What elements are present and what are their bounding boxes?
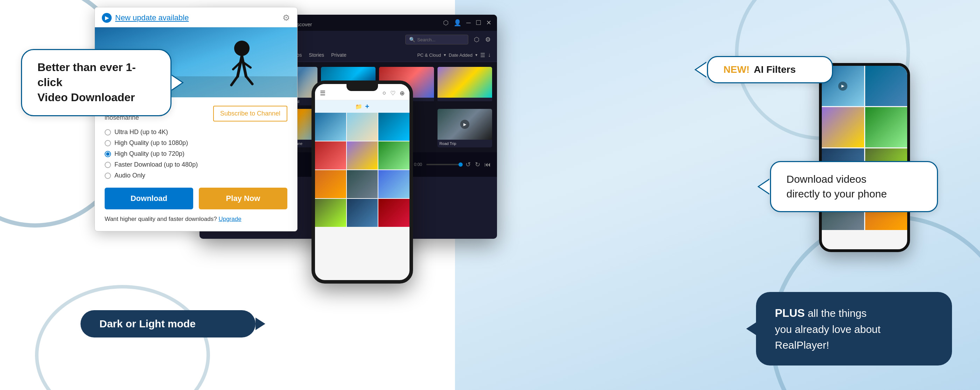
phone-thumb-3[interactable]: [379, 113, 409, 141]
update-link[interactable]: New update available: [115, 13, 189, 22]
phone-plus-icon[interactable]: +: [365, 103, 369, 111]
filter-dropdown-icon[interactable]: ▾: [444, 53, 446, 57]
phone2-thumb-2[interactable]: [865, 66, 908, 106]
phone-grid: [315, 113, 409, 227]
settings-toolbar-icon[interactable]: ⚙: [485, 36, 491, 43]
settings-icon[interactable]: ⚙: [282, 13, 290, 23]
radio-1080[interactable]: [105, 140, 111, 146]
quality-option-4k[interactable]: Ultra HD (up to 4K): [105, 129, 287, 136]
maximize-icon[interactable]: ☐: [476, 19, 481, 27]
quality-720-label: High Quality (up to 720p): [115, 150, 185, 158]
progress-bar[interactable]: [426, 164, 461, 165]
plus-callout-arrow: [746, 322, 756, 335]
svg-point-2: [234, 41, 250, 56]
phone-thumb-11[interactable]: [347, 199, 378, 227]
playnow-button[interactable]: Play Now: [199, 188, 287, 209]
window-controls: ⬡ 👤 ─ ☐ ✕: [443, 19, 492, 27]
phone-heart-icon[interactable]: ♡: [390, 90, 396, 97]
skip-icon[interactable]: ⏮: [484, 161, 491, 169]
nav-private[interactable]: Private: [331, 49, 347, 61]
time-display: 0:00: [414, 162, 422, 167]
phone2-thumb-3[interactable]: [822, 107, 864, 147]
search-input[interactable]: [417, 37, 465, 42]
dark-mode-callout: Dark or Light mode: [81, 310, 256, 337]
phone-thumb-6[interactable]: [379, 142, 409, 169]
search-icon: 🔍: [409, 37, 415, 42]
ai-filters-text: AI Filters: [754, 64, 796, 75]
new-badge: NEW!: [724, 64, 750, 75]
plus-text: PLUS all the thingsyou already love abou…: [775, 304, 933, 353]
cast-toolbar-icon[interactable]: ⬡: [474, 36, 479, 43]
cast-icon[interactable]: ⬡: [443, 19, 449, 27]
quality-option-480[interactable]: Faster Download (up to 480p): [105, 161, 287, 169]
phone-notch: [347, 84, 378, 91]
quality-option-720[interactable]: High Quality (up to 720p): [105, 150, 287, 158]
phone-thumb-2[interactable]: [347, 113, 378, 141]
dark-mode-text: Dark or Light mode: [99, 318, 196, 330]
sort-order-icon[interactable]: ↓: [488, 52, 491, 58]
upgrade-prefix: Want higher quality and faster downloads…: [105, 216, 217, 222]
phone-action-icons: ○ ♡ ⊕: [383, 90, 405, 97]
phone-thumb-4[interactable]: [315, 142, 346, 169]
video-title-road: Road Trip: [438, 140, 492, 147]
quality-option-audio[interactable]: Audio Only: [105, 172, 287, 179]
quality-480-label: Faster Download (up to 480p): [115, 161, 198, 169]
plus-callout: PLUS all the thingsyou already love abou…: [756, 292, 952, 366]
video-downloader-callout: Better than ever 1-clickVideo Downloader: [21, 49, 172, 116]
phone-thumb-10[interactable]: [315, 199, 346, 227]
phone-2-body: ▶ ▶: [819, 63, 910, 252]
search-bar: 🔍: [405, 35, 468, 45]
dialog-header-left: ▶ New update available: [102, 13, 189, 23]
playback-controls: 0:00 ↺ ↻ ⏮: [414, 161, 491, 169]
download-phone-text: Download videosdirectly to your phone: [786, 172, 921, 201]
rewind-icon[interactable]: ↺: [466, 161, 471, 169]
action-buttons: Download Play Now: [105, 188, 287, 209]
upgrade-row: Want higher quality and faster downloads…: [105, 216, 287, 223]
phone-folder-icon: 📁: [355, 103, 362, 110]
main-container: ▶ New update available ⚙: [0, 0, 980, 390]
dialog-header: ▶ New update available ⚙: [95, 7, 297, 27]
nav-stories[interactable]: Stories: [309, 49, 325, 61]
play-overlay-road: ▶: [460, 120, 469, 129]
phone-zoom-icon[interactable]: ⊕: [400, 90, 405, 97]
video-item-bird[interactable]: [438, 67, 492, 105]
close-icon[interactable]: ✕: [486, 19, 492, 27]
download-button[interactable]: Download: [105, 188, 193, 209]
sort-label: Date Added: [449, 53, 473, 58]
download-dialog: ▶ New update available ⚙: [94, 7, 298, 231]
video-title-bird: [438, 98, 492, 101]
phone-thumb-1[interactable]: [315, 113, 346, 141]
view-list-icon[interactable]: ☰: [480, 52, 485, 59]
radio-480[interactable]: [105, 162, 111, 168]
phone-thumb-9[interactable]: [379, 170, 409, 198]
subscribe-button[interactable]: Subscribe to Channel: [213, 106, 287, 121]
phone-body: ☰ ○ ♡ ⊕ 📁 +: [312, 81, 413, 283]
quality-option-1080[interactable]: High Quality (up to 1080p): [105, 139, 287, 147]
play-btn-1: ▶: [838, 81, 847, 91]
dialog-content: Channel inosemarine Subscribe to Channel…: [95, 97, 297, 231]
user-icon[interactable]: 👤: [453, 19, 461, 27]
phone-thumb-7[interactable]: [315, 170, 346, 198]
radio-audio[interactable]: [105, 173, 111, 179]
phone-thumb-12[interactable]: [379, 199, 409, 227]
phone-thumb-8[interactable]: [347, 170, 378, 198]
phone-search-icon[interactable]: ○: [383, 90, 386, 97]
minimize-icon[interactable]: ─: [466, 19, 471, 27]
loop-icon[interactable]: ↻: [475, 161, 480, 169]
radio-720[interactable]: [105, 151, 111, 157]
phone2-thumb-4[interactable]: [865, 107, 908, 147]
quality-4k-label: Ultra HD (up to 4K): [115, 129, 168, 136]
phone-add-row: 📁 +: [315, 100, 409, 113]
video-item-road[interactable]: ▶ Road Trip: [438, 109, 492, 147]
video-downloader-title: Better than ever 1-clickVideo Downloader: [37, 60, 155, 105]
radio-4k[interactable]: [105, 129, 111, 135]
thumb-bird: [438, 67, 492, 98]
ai-filters-callout: NEW! AI Filters: [707, 56, 833, 83]
upgrade-link[interactable]: Upgrade: [218, 216, 241, 222]
download-phone-callout: Download videosdirectly to your phone: [770, 161, 938, 212]
phone-mockup: ☰ ○ ♡ ⊕ 📁 +: [312, 81, 413, 283]
phone-menu-icon[interactable]: ☰: [320, 89, 326, 97]
phone-thumb-5[interactable]: [347, 142, 378, 169]
sort-dropdown-icon[interactable]: ▾: [475, 53, 477, 57]
nav-filter-area: PC & Cloud ▾ Date Added ▾ ☰ ↓: [417, 52, 491, 59]
